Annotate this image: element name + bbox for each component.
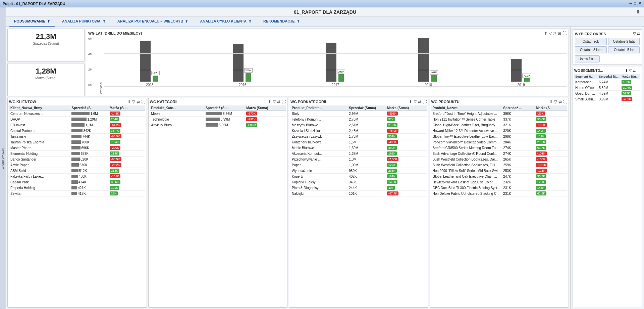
btn-ostatnie-3-lata[interactable]: Ostatnie 3 lata bbox=[575, 46, 607, 53]
chart-table-icon[interactable]: ⊞ bbox=[558, 31, 561, 36]
table-row[interactable]: Bretford CR8500 Series Meeting Room Fu..… bbox=[431, 145, 568, 151]
table-row[interactable]: Zszywacze i zszywki1,75M501K bbox=[290, 134, 427, 139]
table-row[interactable]: Master Pharm696K-220K bbox=[9, 145, 145, 151]
filter-sort-icon[interactable]: ⇄ bbox=[637, 32, 640, 36]
table-row[interactable]: Bush Westfield Collection Bookcases, Ful… bbox=[431, 162, 568, 168]
seg-sort-icon[interactable]: ⇄ bbox=[633, 69, 636, 73]
table-row[interactable]: Home Office5,89M10,4K bbox=[574, 85, 640, 91]
table-row[interactable]: Capital Park474K8,66K bbox=[9, 179, 145, 185]
table-row[interactable]: Kontenery biurkowe1,5M-496K bbox=[290, 139, 427, 145]
kategorie-share-icon[interactable]: ⬆ bbox=[268, 99, 271, 104]
table-row[interactable]: Global Leather and Oak Executive Chair, … bbox=[431, 174, 568, 179]
table-row[interactable]: Przechowywanie ...1,3M-7,88K bbox=[290, 157, 427, 162]
table-row[interactable]: Technologie6,99M-792K bbox=[150, 117, 286, 122]
podkat-sort-icon[interactable]: ⇄ bbox=[418, 99, 421, 104]
table-row[interactable]: Gosp. Dom...4,59M595K bbox=[574, 91, 640, 96]
table-row[interactable]: Bretford "Just In Time" Height-Adjustabl… bbox=[431, 111, 568, 117]
table-row[interactable]: Banco Santander620K-93,5K bbox=[9, 157, 145, 162]
kategorie-filter-icon[interactable]: ▽ bbox=[273, 99, 276, 104]
table-row[interactable]: Global Troy™ Executive Leather Low-Bac..… bbox=[431, 134, 568, 139]
klienci-sprzedaz: 620K bbox=[70, 157, 108, 162]
tab-rekomendacje[interactable]: REKOMENDACJE ⬆ bbox=[258, 16, 305, 27]
table-row[interactable]: Telefony i Komuni...2,76M57K bbox=[290, 117, 427, 122]
seg-share-icon[interactable]: ⬆ bbox=[625, 69, 628, 73]
table-row[interactable]: Stoły2,99M-391K bbox=[290, 111, 427, 117]
klienci-filter-icon[interactable]: ▽ bbox=[132, 99, 135, 104]
header-share-icon[interactable]: ⬆ bbox=[636, 9, 640, 14]
klienci-share-icon[interactable]: ⬆ bbox=[127, 99, 131, 104]
table-row[interactable]: Selvita418K28K bbox=[9, 191, 145, 196]
btn-ustaw-filtr[interactable]: Ustaw filtr... bbox=[575, 55, 600, 62]
prod-sort-icon[interactable]: ⇄ bbox=[558, 99, 562, 104]
table-row[interactable]: Artykuły Biuro...5,95M1,06M bbox=[150, 122, 286, 128]
table-row[interactable]: ABM Solid512K213K bbox=[9, 168, 145, 174]
table-row[interactable]: Meble8,36M-573K bbox=[150, 111, 286, 117]
table-row[interactable]: Bush Advantage Collection® Round Conf...… bbox=[431, 151, 568, 157]
podkat-filter-icon[interactable]: ▽ bbox=[414, 99, 417, 104]
podkat-share-icon[interactable]: ⬆ bbox=[409, 99, 412, 104]
table-row[interactable]: Polycom ViaVideo™ Desktop Video Commu...… bbox=[431, 139, 568, 145]
table-row[interactable]: Hon 2111 Invitation™ Series Corner Table… bbox=[431, 117, 568, 122]
tab-podsumowanie[interactable]: PODSUMOWANIE ⬆ bbox=[9, 16, 55, 27]
prod-share-icon[interactable]: ⬆ bbox=[549, 99, 553, 104]
table-row[interactable]: Capital Partners842K38,7K bbox=[9, 128, 145, 134]
table-row[interactable]: Bush Westfield Collection Bookcases, Dar… bbox=[431, 157, 568, 162]
table-row[interactable]: Global High-Back Leather Tilter, Burgund… bbox=[431, 122, 568, 128]
table-row[interactable]: Meble Biurowe1,39M390K bbox=[290, 145, 427, 151]
bar-group-2019[interactable]: 79,3K 2019 bbox=[476, 59, 567, 87]
maximize-btn[interactable]: □ bbox=[634, 1, 636, 6]
btn-ostatnie-5-lat[interactable]: Ostatnie 5 lat bbox=[608, 46, 640, 53]
chart-sort-icon[interactable]: ⇄ bbox=[553, 31, 556, 36]
btn-ostatni-rok[interactable]: Ostatni rok bbox=[575, 38, 607, 45]
table-cell-badge: -792K bbox=[245, 117, 286, 122]
klienci-sort-icon[interactable]: ⇄ bbox=[137, 99, 140, 104]
table-row[interactable]: Maszyny Biurowe2,51M21,3K bbox=[290, 122, 427, 128]
tab-analiza-cyklu[interactable]: ANALIZA CYKLU KLIENTA ⬆ bbox=[195, 16, 257, 27]
table-row[interactable]: Hewlett-Packard Deskjet 1220Cse Color I.… bbox=[431, 179, 568, 185]
prod-filter-icon[interactable]: ▽ bbox=[554, 99, 557, 104]
bar-group-2018[interactable]: 401K 2018 bbox=[383, 38, 474, 87]
podkat-expand-icon[interactable]: ⛶ bbox=[423, 99, 427, 104]
table-row[interactable]: Small Busin...3,99M-485K bbox=[574, 96, 640, 102]
table-row[interactable]: Kopiarki i Faksy348K14,6K bbox=[290, 179, 427, 185]
chart-expand-icon[interactable]: ⛶ bbox=[562, 31, 567, 36]
minimize-btn[interactable]: ─ bbox=[630, 1, 632, 6]
table-row[interactable]: Centrum Nowoczesn...1,6M-148K bbox=[9, 111, 145, 117]
tab-analiza-potencjalu[interactable]: ANALIZA POTENCJAŁU – WIELORYB ⬆ bbox=[112, 16, 194, 27]
table-row[interactable]: Tarczyński744K-68,5K bbox=[9, 134, 145, 139]
tab-analiza-punktowa[interactable]: ANALIZA PUNKTOWA ⬆ bbox=[57, 16, 111, 27]
table-row[interactable]: Fabryka Farb i Lakie...480K-152K bbox=[9, 174, 145, 179]
table-row[interactable]: Emperia Holding421K101K bbox=[9, 185, 145, 191]
seg-expand-icon[interactable]: ⛶ bbox=[637, 69, 640, 73]
table-row[interactable]: Korporacja6,74M102K bbox=[574, 79, 640, 85]
kategorie-sort-icon[interactable]: ⇄ bbox=[277, 99, 280, 104]
table-row[interactable]: Wyposażenie980K268K bbox=[290, 168, 427, 174]
klienci-expand-icon[interactable]: ⛶ bbox=[141, 99, 145, 104]
filter-filter-icon[interactable]: ▽ bbox=[633, 32, 636, 36]
table-row[interactable]: Arctic Paper536K-28,2K bbox=[9, 162, 145, 168]
chart-filter-icon[interactable]: ▽ bbox=[549, 31, 552, 36]
close-btn[interactable]: ✕ bbox=[638, 1, 641, 6]
table-row[interactable]: Koperty402K161K bbox=[290, 174, 427, 179]
table-row[interactable]: DROP1,29M204K bbox=[9, 117, 145, 122]
table-row[interactable]: Naklejki101K-47,7K bbox=[290, 191, 427, 196]
table-row[interactable]: Hon 2090 "Pillow Soft" Series Mid Back S… bbox=[431, 168, 568, 174]
bar-group-2015[interactable]: 147K 2015 bbox=[104, 41, 195, 87]
prod-expand-icon[interactable]: ⛶ bbox=[563, 99, 567, 104]
bar-group-2016[interactable]: 359K 2016 bbox=[197, 44, 288, 87]
kategorie-expand-icon[interactable]: ⛶ bbox=[282, 99, 286, 104]
table-row[interactable]: GBC DocuBind TL300 Electric Binding Syst… bbox=[431, 185, 568, 191]
table-row[interactable]: Pióra & Długopisy244K407 bbox=[290, 185, 427, 191]
table-row[interactable]: Howard Miller 12-3/4 Diameter Accuwave .… bbox=[431, 128, 568, 134]
seg-filter-icon[interactable]: ▽ bbox=[629, 69, 632, 73]
table-row[interactable]: Akcesoria Komput...1,38M199K bbox=[290, 151, 427, 157]
table-row[interactable]: Paper1,09M127K bbox=[290, 162, 427, 168]
table-row[interactable]: Hon Deluxe Fabric Upholstered Stacking C… bbox=[431, 191, 568, 196]
bar-group-2017[interactable]: 298K 2017 bbox=[290, 43, 381, 87]
table-row[interactable]: ED Invest1,1M-64,2K bbox=[9, 122, 145, 128]
table-row[interactable]: Elemental Holding633K214K bbox=[9, 151, 145, 157]
table-row[interactable]: Krzesła i Siedziska2,48M-75,9K bbox=[290, 128, 427, 134]
chart-share-icon[interactable]: ⬆ bbox=[544, 31, 547, 36]
table-row[interactable]: Tauron Polska Energia700K70,4K bbox=[9, 139, 145, 145]
btn-ostatnie-2-lata[interactable]: Ostatnie 2 lata bbox=[608, 38, 640, 45]
